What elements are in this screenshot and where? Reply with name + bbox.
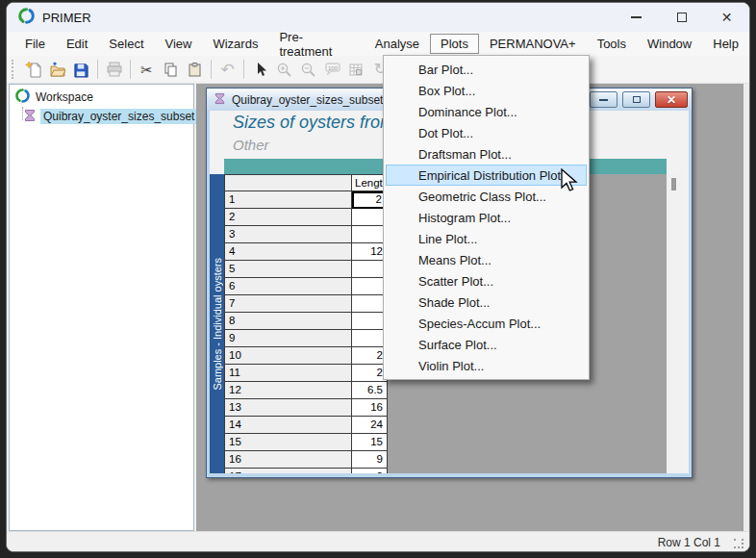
table-row: 169 [224,451,667,469]
data-cell[interactable]: 16 [352,399,388,417]
row-number[interactable]: 15 [224,434,352,451]
menu-item-species-accum-plot[interactable]: Species-Accum Plot... [386,313,587,334]
pointer-button[interactable] [248,58,272,81]
row-number[interactable]: 6 [224,278,352,295]
row-number[interactable]: 14 [224,417,352,434]
row-number[interactable]: 5 [224,261,352,278]
row-number[interactable]: 1 [224,191,352,209]
menu-item-violin-plot[interactable]: Violin Plot... [386,355,587,376]
menu-item-scatter-plot[interactable]: Scatter Plot... [386,270,587,292]
toolbar-separator [243,60,244,79]
statusbar: Row 1 Col 1 [7,531,749,552]
menu-item-means-plot[interactable]: Means Plot... [386,249,587,270]
menu-window[interactable]: Window [637,34,702,54]
datasheet-icon [214,92,226,108]
pointer-icon [253,62,268,77]
minimize-button[interactable] [614,3,659,32]
workspace-root-item[interactable]: Workspace [10,85,193,106]
menu-item-draftsman-plot[interactable]: Draftsman Plot... [386,143,587,165]
table-row: 126.5 [224,382,667,399]
row-number[interactable]: 10 [224,347,352,365]
row-number[interactable]: 12 [224,382,352,399]
mdi-scrollbar[interactable] [743,84,749,531]
table-row: 1515 [224,434,667,451]
row-number[interactable]: 2 [224,209,352,226]
row-number[interactable]: 8 [224,313,352,330]
menu-view[interactable]: View [155,34,203,54]
menu-item-histogram-plot[interactable]: Histogram Plot... [386,207,587,228]
minimize-icon [599,99,608,101]
table-row: 1424 [224,417,667,434]
close-icon: ✕ [667,94,676,106]
menu-wizards[interactable]: Wizards [202,34,268,54]
paste-icon [187,62,203,78]
menu-plots[interactable]: Plots [430,34,479,54]
zoom-out-button[interactable] [296,58,320,81]
data-cell[interactable]: 24 [352,417,388,434]
menu-item-dominance-plot[interactable]: Dominance Plot... [386,101,587,122]
row-number[interactable]: 17 [224,469,352,473]
menu-item-box-plot[interactable]: Box Plot... [386,80,587,101]
menubar: File Edit Select View Wizards Pre-treatm… [7,32,749,56]
copy-button[interactable] [159,58,183,81]
menu-item-line-plot[interactable]: Line Plot... [386,228,587,249]
menu-tools[interactable]: Tools [587,34,637,54]
menu-permanova[interactable]: PERMANOVA+ [479,34,587,54]
sheet-restore-button[interactable] [622,91,650,108]
workspace-data-item[interactable]: Quibray_oyster_sizes_subset [10,107,193,126]
menu-item-bar-plot[interactable]: Bar Plot... [386,59,587,80]
sheet-close-button[interactable]: ✕ [655,91,688,108]
menu-item-geometric-class-plot[interactable]: Geometric Class Plot... [386,186,587,207]
open-workspace-button[interactable] [45,58,69,81]
paste-button[interactable] [183,58,207,81]
row-number[interactable]: 16 [224,451,352,469]
row-number[interactable]: 9 [224,330,352,347]
menu-file[interactable]: File [14,34,56,54]
close-button[interactable]: ✕ [704,3,749,32]
toolbar-grip[interactable] [12,60,16,79]
menu-item-dot-plot[interactable]: Dot Plot... [386,122,587,143]
primer-main-window: PRIMER ✕ File Edit Select View Wizards P… [6,2,750,552]
data-cell[interactable]: 15 [352,434,388,451]
menu-item-empirical-distribution-plot[interactable]: Empirical Distribution Plot... [386,165,587,186]
menu-help[interactable]: Help [702,34,749,54]
resize-grip[interactable] [734,539,744,549]
mouse-cursor-icon [559,168,580,199]
sheet-window-controls: ✕ [585,91,688,108]
menu-select[interactable]: Select [98,34,154,54]
menu-analyse[interactable]: Analyse [365,34,430,54]
zoom-in-button[interactable] [272,58,296,81]
sheet-vertical-scrollbar[interactable] [667,174,682,473]
row-number[interactable]: 13 [224,399,352,417]
open-workspace-icon [49,61,66,78]
menu-item-shade-plot[interactable]: Shade Plot... [386,292,587,313]
row-number[interactable]: 3 [224,226,352,243]
new-workspace-button[interactable] [21,58,45,81]
cut-icon: ✂ [140,63,153,77]
corner-cell[interactable] [224,174,352,191]
undo-button[interactable]: ↶ [215,58,239,81]
save-button[interactable] [69,58,93,81]
cut-button[interactable]: ✂ [135,58,159,81]
data-cell[interactable]: 9 [352,451,388,469]
workspace-root-label: Workspace [36,90,93,104]
menu-edit[interactable]: Edit [56,34,98,54]
menu-item-surface-plot[interactable]: Surface Plot... [386,334,587,355]
toolbar: ✂ ↶ [7,56,749,84]
print-icon [106,61,123,78]
row-number[interactable]: 4 [224,243,352,261]
toolbar-separator [130,60,131,79]
maximize-icon [677,13,687,22]
data-cell[interactable]: 6.5 [352,382,388,399]
grid-button[interactable] [344,58,368,81]
row-number[interactable]: 7 [224,295,352,313]
sheet-description: Sizes of oysters from [233,113,394,133]
row-axis-band: Samples - Individual oysters [210,174,224,473]
data-cell[interactable]: 2 [352,469,388,473]
row-number[interactable]: 11 [224,365,352,382]
maximize-button[interactable] [659,3,704,32]
sheet-minimize-button[interactable] [590,91,617,108]
print-button[interactable] [102,58,126,81]
value-labels-button[interactable]: 100 [320,58,344,81]
scrollbar-thumb[interactable] [671,178,676,190]
